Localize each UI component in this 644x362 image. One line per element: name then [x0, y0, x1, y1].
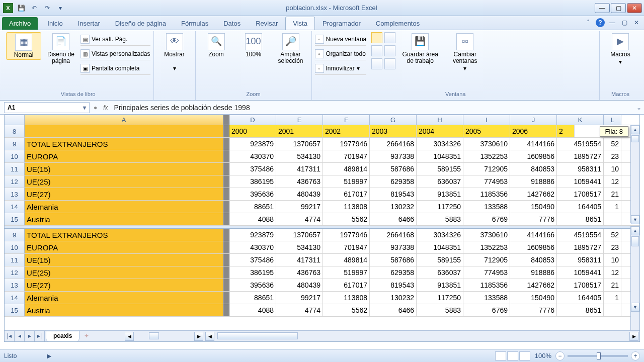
cell[interactable]: 130232	[370, 201, 417, 213]
cell[interactable]: 701947	[323, 150, 370, 162]
col-header-I[interactable]: I	[463, 115, 510, 125]
cell[interactable]: 21	[604, 188, 621, 200]
cell[interactable]: 430370	[229, 150, 276, 162]
fx-icon[interactable]: fx	[103, 104, 108, 111]
cell[interactable]: 3034326	[417, 229, 463, 241]
row-header[interactable]: 14	[5, 292, 25, 304]
zoom-100-button[interactable]: 100100%	[236, 32, 271, 59]
cell[interactable]: 1895727	[557, 150, 604, 162]
cell[interactable]: 7776	[510, 304, 557, 316]
cell[interactable]: 840853	[510, 163, 557, 175]
cell[interactable]: 375486	[229, 254, 276, 266]
page-layout-button[interactable]: 📄 Diseño de página	[43, 32, 78, 65]
workbook-close[interactable]: ✕	[632, 18, 641, 27]
cell[interactable]: 519997	[323, 175, 370, 188]
zoom-out-button[interactable]: −	[555, 351, 565, 360]
cell[interactable]: 636037	[417, 175, 463, 188]
cell[interactable]: 10	[604, 163, 621, 175]
cell[interactable]: 819543	[370, 279, 417, 291]
cell[interactable]: 4774	[276, 213, 323, 225]
cell[interactable]: 1059441	[557, 175, 604, 188]
formula-text[interactable]: Principales series de población desde 19…	[114, 104, 250, 112]
cell[interactable]: 534130	[276, 241, 323, 253]
cell[interactable]: UE(25)	[25, 175, 223, 188]
tab-complementos[interactable]: Complementos	[368, 17, 427, 30]
tab-formulas[interactable]: Fórmulas	[174, 17, 216, 30]
cell[interactable]: 88651	[229, 201, 276, 213]
freeze-panes-button[interactable]: ▫Inmovilizar ▾	[315, 62, 367, 75]
tab-archivo[interactable]: Archivo	[2, 17, 38, 30]
cell[interactable]: 133588	[463, 292, 510, 304]
col-header-L[interactable]: L	[604, 115, 621, 125]
name-box-dropdown-icon[interactable]: ▾	[83, 104, 86, 111]
row-header[interactable]: 11	[5, 163, 25, 175]
tab-diseno-pagina[interactable]: Diseño de página	[108, 17, 174, 30]
save-button[interactable]: 💾	[16, 3, 26, 13]
scroll-thumb[interactable]	[631, 236, 639, 246]
cell[interactable]: 133588	[463, 201, 510, 213]
select-all-corner[interactable]	[5, 115, 25, 125]
prev-sheet-button[interactable]: ◂	[15, 331, 25, 341]
cell[interactable]: 1708517	[557, 188, 604, 200]
cell[interactable]: 1370657	[276, 229, 323, 241]
cell[interactable]	[25, 125, 223, 137]
row-header[interactable]: 13	[5, 279, 25, 291]
cell[interactable]: 958311	[557, 254, 604, 266]
cell[interactable]: 395636	[229, 279, 276, 291]
unhide-button[interactable]	[384, 58, 395, 69]
cell[interactable]: 10	[604, 254, 621, 266]
page-break-preview-button[interactable]: ▤Ver salt. Pág.	[80, 33, 150, 46]
cell[interactable]: 1609856	[510, 241, 557, 253]
cell[interactable]: 589155	[417, 254, 463, 266]
cell[interactable]: 701947	[323, 241, 370, 253]
row-header[interactable]: 14	[5, 201, 25, 213]
first-sheet-button[interactable]: |◂	[5, 331, 15, 341]
cell[interactable]: UE(27)	[25, 279, 223, 291]
cell[interactable]: 23	[604, 150, 621, 162]
cell[interactable]: 636037	[417, 266, 463, 279]
sync-scroll-button[interactable]	[384, 45, 395, 56]
minimize-button[interactable]: —	[595, 3, 610, 13]
zoom-selection-button[interactable]: 🔎Ampliar selección	[273, 32, 308, 65]
cell[interactable]: 23	[604, 241, 621, 253]
sheet-tab[interactable]: pcaxis	[46, 331, 79, 341]
cell[interactable]: 2	[557, 125, 575, 137]
switch-windows-button[interactable]: ▫▫Cambiar ventanas ▾	[445, 32, 485, 73]
zoom-in-button[interactable]: +	[631, 351, 640, 360]
cell[interactable]: 712905	[463, 163, 510, 175]
cell[interactable]: 395636	[229, 188, 276, 200]
scroll-thumb[interactable]	[217, 332, 298, 339]
save-workspace-button[interactable]: 💾Guardar área de trabajo	[397, 32, 443, 65]
cell[interactable]: UE(27)	[25, 188, 223, 200]
cell[interactable]: 1370657	[276, 138, 323, 150]
cell[interactable]: 1708517	[557, 279, 604, 291]
cell[interactable]: 5883	[417, 304, 463, 316]
cell[interactable]: 3730610	[463, 229, 510, 241]
tab-datos[interactable]: Datos	[216, 17, 248, 30]
cell[interactable]: 4774	[276, 304, 323, 316]
cell[interactable]: 2003	[370, 125, 417, 137]
cell[interactable]: Alemania	[25, 292, 223, 304]
cell[interactable]: 2006	[510, 125, 557, 137]
cell[interactable]: 589155	[417, 163, 463, 175]
cell[interactable]: 1059441	[557, 266, 604, 279]
redo-button[interactable]: ↷	[42, 3, 52, 13]
cell[interactable]: EUROPA	[25, 150, 223, 162]
cell[interactable]: 629358	[370, 175, 417, 188]
row-header[interactable]: 10	[5, 150, 25, 162]
normal-view-icon[interactable]	[495, 351, 506, 360]
scroll-track[interactable]	[631, 247, 639, 303]
cell[interactable]: 375486	[229, 163, 276, 175]
cell[interactable]: 4088	[229, 304, 276, 316]
cell[interactable]: 958311	[557, 163, 604, 175]
cell[interactable]	[604, 213, 621, 225]
cell[interactable]: UE(15)	[25, 254, 223, 266]
cell[interactable]: 913851	[417, 279, 463, 291]
cell[interactable]: 5562	[323, 304, 370, 316]
cell[interactable]: 1	[604, 201, 621, 213]
scroll-left-button[interactable]: ◀	[205, 332, 214, 341]
cell[interactable]: 150490	[510, 292, 557, 304]
show-button[interactable]: 👁 Mostrar▾	[157, 32, 192, 73]
scroll-left-button[interactable]: ◀	[125, 332, 134, 341]
cell[interactable]: 113808	[323, 201, 370, 213]
